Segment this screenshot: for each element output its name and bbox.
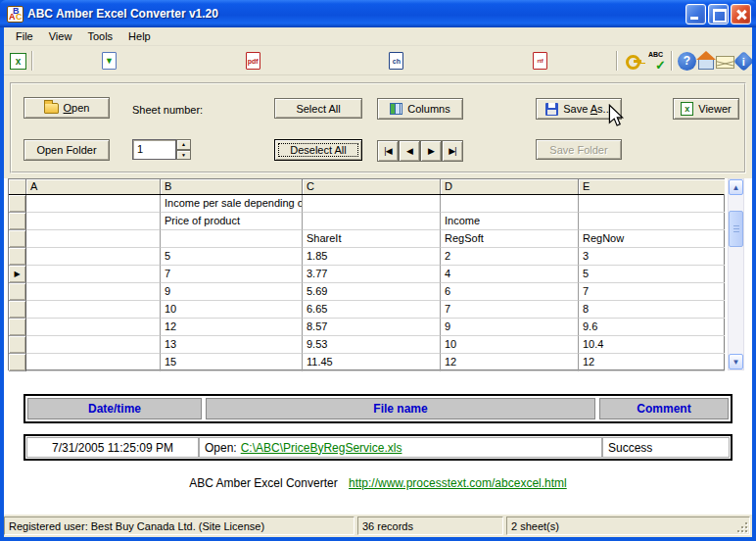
grid-cell[interactable]: 9.53 xyxy=(303,336,441,354)
grid-cell[interactable] xyxy=(579,213,725,230)
maximize-button[interactable] xyxy=(708,4,729,25)
grid-cell[interactable]: 6 xyxy=(441,283,579,301)
row-selector[interactable] xyxy=(9,319,26,336)
grid-cell[interactable]: 12 xyxy=(161,319,303,336)
spin-down-button[interactable]: ▼ xyxy=(176,150,191,161)
save-as-button[interactable]: Save As... xyxy=(536,98,622,120)
scrollbar-thumb[interactable] xyxy=(729,211,743,247)
grid-cell[interactable] xyxy=(26,248,161,266)
spellcheck-icon[interactable]: ABC xyxy=(645,51,666,71)
menu-file[interactable]: File xyxy=(9,28,40,44)
menu-view[interactable]: View xyxy=(42,28,79,44)
grid-cell[interactable]: 12 xyxy=(579,354,725,371)
grid-vertical-scrollbar[interactable]: ▲ ▼ xyxy=(728,178,744,370)
grid-cell[interactable]: 1.85 xyxy=(303,248,441,266)
grid-cell[interactable]: RegNow xyxy=(579,230,725,248)
spin-up-button[interactable]: ▲ xyxy=(176,139,191,150)
pdf-doc-icon[interactable]: pdf xyxy=(246,52,260,70)
grid-cell[interactable] xyxy=(26,336,161,354)
app-icon[interactable]: BAC xyxy=(7,6,24,23)
grid-cell[interactable]: 15 xyxy=(161,354,303,371)
row-selector[interactable] xyxy=(9,336,26,354)
scroll-down-icon[interactable]: ▼ xyxy=(729,354,743,369)
row-selector[interactable] xyxy=(9,248,26,266)
grid-cell[interactable] xyxy=(26,283,161,301)
save-folder-button[interactable]: Save Folder xyxy=(536,139,622,160)
open-button[interactable]: Open xyxy=(24,97,110,119)
open-folder-button[interactable]: Open Folder xyxy=(24,139,110,161)
grid-cell[interactable] xyxy=(26,230,161,248)
grid-cell[interactable]: 4 xyxy=(441,266,579,283)
footer-link[interactable]: http://www.processtext.com/abcexcel.html xyxy=(349,476,567,490)
grid-cell[interactable]: Income xyxy=(441,213,579,230)
register-key-icon[interactable] xyxy=(623,51,643,71)
grid-cell[interactable]: 7 xyxy=(441,301,579,319)
grid-cell[interactable]: 6.65 xyxy=(303,301,441,319)
row-selector[interactable] xyxy=(9,354,26,371)
grid-cell[interactable]: 5.69 xyxy=(303,283,441,301)
current-row-indicator[interactable]: ▶ xyxy=(9,266,26,283)
nav-next-button[interactable]: ▶ xyxy=(420,140,442,162)
menu-help[interactable]: Help xyxy=(121,28,158,44)
chm-doc-icon[interactable]: ch xyxy=(389,52,403,70)
nav-first-button[interactable]: |◀ xyxy=(377,140,399,162)
sheet-number-input[interactable]: 1 xyxy=(132,139,176,160)
row-selector[interactable] xyxy=(9,213,26,230)
columns-button[interactable]: Columns xyxy=(377,98,463,120)
grid-cell[interactable]: 2 xyxy=(441,248,579,266)
grid-cell[interactable] xyxy=(303,195,441,213)
grid-cell[interactable] xyxy=(26,213,161,230)
menu-tools[interactable]: Tools xyxy=(80,28,119,44)
nav-prev-button[interactable]: ◀ xyxy=(399,140,420,162)
grid-cell[interactable]: Price of product xyxy=(161,213,303,230)
resize-grip[interactable] xyxy=(735,520,748,533)
grid-cell[interactable] xyxy=(26,301,161,319)
grid-cell[interactable] xyxy=(441,195,579,213)
grid-cell[interactable]: 8.57 xyxy=(303,319,441,336)
close-button[interactable] xyxy=(731,4,751,25)
excel-doc-icon[interactable]: x xyxy=(10,53,26,70)
grid-cell[interactable]: RegSoft xyxy=(441,230,579,248)
row-selector[interactable] xyxy=(9,230,26,248)
home-icon[interactable] xyxy=(698,59,714,70)
nav-last-button[interactable]: ▶| xyxy=(442,140,463,162)
viewer-button[interactable]: x Viewer xyxy=(673,98,739,120)
grid-cell[interactable]: 5 xyxy=(161,248,303,266)
grid-cell[interactable]: 8 xyxy=(579,301,725,319)
convert-doc-icon[interactable]: ▼ xyxy=(102,52,117,70)
minimize-button[interactable] xyxy=(685,4,706,25)
row-selector[interactable] xyxy=(9,283,26,301)
grid-cell[interactable] xyxy=(26,266,161,283)
grid-cell[interactable] xyxy=(579,195,725,213)
grid-cell[interactable]: 12 xyxy=(441,354,579,371)
rtf-doc-icon[interactable]: rtf xyxy=(533,52,547,70)
grid-cell[interactable]: 7 xyxy=(579,283,725,301)
email-icon[interactable] xyxy=(716,56,734,69)
row-selector[interactable] xyxy=(9,195,26,213)
grid-cell[interactable] xyxy=(161,230,303,248)
grid-cell[interactable] xyxy=(26,195,161,213)
grid-cell[interactable]: 10 xyxy=(441,336,579,354)
grid-cell[interactable]: 11.45 xyxy=(303,354,441,371)
grid-cell[interactable] xyxy=(303,213,441,230)
deselect-all-button[interactable]: Deselect All xyxy=(274,139,362,161)
grid-cell[interactable] xyxy=(26,354,161,371)
grid-cell[interactable]: 3 xyxy=(579,248,725,266)
grid-cell[interactable]: 3.77 xyxy=(303,266,441,283)
log-file-link[interactable]: C:\ABC\PriceByRegService.xls xyxy=(241,441,402,455)
grid-cell[interactable]: 9.6 xyxy=(579,319,725,336)
grid-cell[interactable]: 9 xyxy=(441,319,579,336)
select-all-button[interactable]: Select All xyxy=(274,98,362,119)
help-icon[interactable]: ? xyxy=(678,52,696,71)
grid-cell[interactable]: 7 xyxy=(161,266,303,283)
grid-cell[interactable] xyxy=(26,319,161,336)
scroll-up-icon[interactable]: ▲ xyxy=(729,179,743,195)
grid-cell[interactable]: 9 xyxy=(161,283,303,301)
row-selector[interactable] xyxy=(9,301,26,319)
grid-cell[interactable]: Income per sale depending on xyxy=(161,195,303,213)
grid-cell[interactable]: 10 xyxy=(161,301,303,319)
grid-cell[interactable]: 10.4 xyxy=(579,336,725,354)
grid-cell[interactable]: 5 xyxy=(579,266,725,283)
about-icon[interactable]: i xyxy=(733,50,752,71)
grid-cell[interactable]: 13 xyxy=(161,336,303,354)
